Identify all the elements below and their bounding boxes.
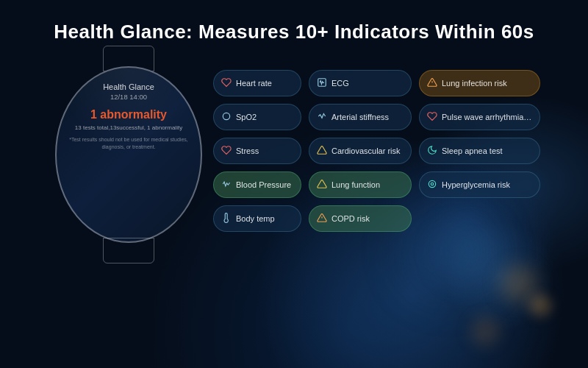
arterial-stiffness-label: Arterial stiffness [331, 113, 389, 121]
sleep-apnea-label: Sleep apnea test [442, 146, 503, 155]
hyperglycemia-icon [427, 179, 437, 191]
indicator-sleep-apnea: Sleep apnea test [419, 138, 540, 164]
copd-risk-icon [317, 213, 327, 224]
watch-band-bottom [103, 238, 154, 263]
lung-function-label: Lung function [331, 180, 380, 189]
copd-risk-label: COPD risk [331, 214, 370, 223]
pulse-wave-label: Pulse wave arrhythmia analysis [442, 113, 532, 121]
page-title: Health Glance: Measures 10+ Indicators W… [0, 21, 588, 43]
bokeh-3 [529, 294, 551, 316]
lung-infection-icon [427, 77, 437, 89]
lung-function-icon [317, 179, 327, 191]
hyperglycemia-label: Hyperglycemia risk [442, 180, 510, 189]
indicator-pulse-wave: Pulse wave arrhythmia analysis [419, 104, 540, 130]
indicator-arterial-stiffness: Arterial stiffness [309, 104, 412, 130]
watch-body: Health Glance 12/18 14:00 1 abnormality … [55, 66, 202, 243]
indicator-ecg: ECG [309, 70, 412, 96]
watch-disclaimer: *Test results should not be used for med… [67, 136, 190, 151]
ecg-label: ECG [331, 79, 349, 88]
indicator-body-temp: Body temp [213, 205, 301, 232]
cardiovascular-icon [317, 145, 327, 157]
bokeh-5 [470, 316, 500, 346]
indicator-copd-risk: COPD risk [309, 205, 412, 232]
sleep-apnea-icon [427, 145, 437, 157]
lung-infection-label: Lung infection risk [442, 79, 507, 88]
stress-icon [221, 145, 232, 157]
body-temp-icon [221, 213, 232, 224]
indicator-lung-infection: Lung infection risk [419, 70, 540, 96]
indicators-grid: Heart rateECGLung infection riskSpO2Arte… [213, 70, 540, 233]
svg-point-4 [429, 180, 435, 187]
indicator-spo2: SpO2 [213, 104, 301, 130]
spo2-icon [221, 111, 232, 123]
arterial-stiffness-icon [317, 111, 327, 123]
indicator-lung-function: Lung function [309, 171, 412, 198]
indicator-heart-rate: Heart rate [213, 70, 301, 96]
watch-label: Health Glance [103, 82, 154, 91]
watch-tests: 13 tests total,13successful, 1 abnormali… [75, 124, 182, 132]
indicator-cardiovascular: Cardiovascular risk [309, 138, 412, 164]
blood-pressure-icon [221, 179, 232, 191]
watch-container: Health Glance 12/18 14:00 1 abnormality … [44, 66, 213, 272]
ecg-icon [317, 77, 327, 89]
cardiovascular-label: Cardiovascular risk [331, 146, 401, 155]
blood-pressure-label: Blood Pressure [236, 180, 291, 189]
indicator-stress: Stress [213, 138, 301, 164]
heart-rate-icon [221, 77, 232, 89]
indicator-hyperglycemia: Hyperglycemia risk [419, 171, 540, 198]
watch-face: Health Glance 12/18 14:00 1 abnormality … [55, 66, 202, 243]
svg-point-3 [223, 113, 229, 119]
stress-label: Stress [236, 146, 259, 155]
indicator-blood-pressure: Blood Pressure [213, 171, 301, 198]
watch-abnormality: 1 abnormality [90, 108, 167, 121]
watch-date: 12/18 14:00 [110, 93, 147, 101]
spo2-label: SpO2 [236, 113, 257, 121]
body-temp-label: Body temp [236, 214, 275, 223]
bokeh-2 [500, 265, 537, 302]
pulse-wave-icon [427, 111, 437, 123]
heart-rate-label: Heart rate [236, 79, 272, 88]
svg-point-5 [431, 183, 434, 185]
